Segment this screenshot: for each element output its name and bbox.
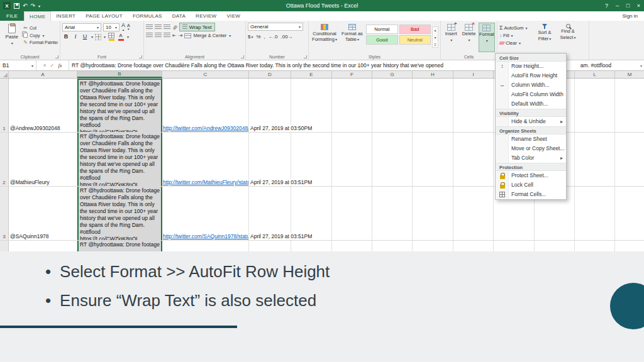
menu-item-autofit-row-height[interactable]: AutoFit Row Height — [496, 71, 566, 80]
column-header-g[interactable]: G — [372, 71, 413, 78]
format-painter-button[interactable]: Format Painter — [23, 40, 58, 45]
delete-cells-button[interactable]: Delete — [460, 23, 477, 52]
cell-empty[interactable] — [615, 133, 644, 186]
menu-item-move-copy-sheet[interactable]: Move or Copy Sheet... — [496, 144, 566, 153]
menu-item-lock-cell[interactable]: Lock Cell — [496, 180, 566, 190]
autosum-button[interactable]: AutoSum — [499, 25, 532, 31]
cell-b4[interactable]: RT @hydroottawa: Drone footage — [77, 241, 162, 251]
cell-empty[interactable] — [575, 133, 615, 186]
cell-empty[interactable] — [615, 187, 644, 240]
insert-function-button[interactable]: fx — [58, 62, 62, 69]
increase-decimal-button[interactable]: ←.0 — [269, 34, 278, 40]
excel-app-icon[interactable] — [3, 2, 11, 9]
cell-empty[interactable] — [291, 133, 332, 186]
cell-style-bad[interactable]: Bad — [399, 25, 431, 34]
cell-empty[interactable] — [615, 79, 644, 132]
cell-empty[interactable] — [453, 133, 494, 186]
insert-cells-button[interactable]: Insert — [443, 23, 459, 52]
expand-formula-bar-icon[interactable] — [640, 60, 642, 70]
cell-empty[interactable] — [453, 187, 494, 240]
number-format-select[interactable]: General — [248, 23, 303, 31]
align-right-icon[interactable] — [164, 33, 170, 38]
cell-c4[interactable] — [162, 241, 249, 251]
font-color-button[interactable]: A — [117, 33, 125, 41]
column-header-i[interactable]: I — [453, 71, 494, 78]
align-middle-icon[interactable] — [155, 25, 162, 30]
align-bottom-icon[interactable] — [164, 25, 170, 30]
cell-d2[interactable]: April 27, 2019 at 03:51PM — [249, 133, 291, 186]
italic-button[interactable]: I — [72, 33, 79, 41]
increase-indent-icon[interactable] — [179, 33, 183, 38]
menu-item-default-width[interactable]: Default Width... — [496, 99, 566, 109]
cell-empty[interactable] — [372, 79, 413, 132]
cell-empty[interactable] — [372, 241, 413, 251]
menu-item-column-width[interactable]: Column Width... — [496, 80, 566, 90]
align-top-icon[interactable] — [146, 25, 153, 30]
sign-in-link[interactable]: Sign in — [623, 11, 644, 21]
row-header-1[interactable]: 1 — [0, 79, 9, 132]
cell-empty[interactable] — [575, 187, 615, 240]
font-size-select[interactable]: 10 — [103, 23, 119, 31]
cell-c2[interactable]: http://twitter.com/MathieuFleury/statu — [162, 133, 249, 186]
merge-center-button[interactable]: Merge & Center — [184, 33, 231, 38]
redo-icon[interactable] — [31, 3, 36, 9]
cell-a1[interactable]: @AndrewJ09302048 — [9, 79, 77, 132]
column-header-a[interactable]: A — [9, 71, 77, 78]
undo-icon[interactable] — [23, 3, 28, 9]
format-cells-button[interactable]: Format — [479, 23, 495, 52]
wrap-text-button[interactable]: Wrap Text — [179, 23, 215, 31]
cell-empty[interactable] — [332, 133, 372, 186]
cell-empty[interactable] — [575, 241, 615, 251]
minimize-button[interactable]: – — [612, 3, 623, 9]
cell-b1-active[interactable]: RT @hydroottawa: Drone footage over Chau… — [77, 79, 162, 132]
borders-icon[interactable] — [95, 34, 101, 40]
bold-button[interactable]: B — [62, 33, 70, 41]
cell-c3[interactable]: http://twitter.com/SAQuinn1978/statu — [162, 187, 249, 240]
cell-empty[interactable] — [332, 241, 372, 251]
row-header-2[interactable]: 2 — [0, 133, 9, 186]
close-button[interactable]: × — [633, 3, 644, 9]
tweet-link[interactable]: http://twitter.com/MathieuFleury/statu — [163, 179, 249, 185]
column-header-e[interactable]: E — [291, 71, 332, 78]
borders-dropdown-icon[interactable] — [103, 34, 106, 40]
cell-empty[interactable] — [535, 241, 575, 251]
save-icon[interactable] — [14, 3, 19, 9]
gallery-scroll-down-icon[interactable]: ▾ — [434, 35, 436, 40]
cell-empty[interactable] — [413, 187, 453, 240]
cell-a4[interactable] — [9, 241, 77, 251]
column-header-f[interactable]: F — [332, 71, 372, 78]
align-left-icon[interactable] — [146, 33, 153, 38]
cell-c1[interactable]: http://twitter.com/AndrewJ09302048/s — [162, 79, 249, 132]
cell-empty[interactable] — [413, 79, 453, 132]
shrink-font-button[interactable]: A▾ — [127, 23, 130, 31]
column-header-m[interactable]: M — [615, 71, 644, 78]
cancel-entry-icon[interactable] — [43, 62, 46, 69]
cell-empty[interactable] — [615, 241, 644, 251]
percent-style-button[interactable]: % — [256, 34, 260, 40]
cell-empty[interactable] — [291, 241, 332, 251]
cell-empty[interactable] — [332, 187, 372, 240]
cell-empty[interactable] — [291, 187, 332, 240]
menu-item-tab-color[interactable]: Tab Color▸ — [496, 153, 566, 163]
menu-item-format-cells[interactable]: Format Cells... — [496, 190, 566, 199]
gallery-more-icon[interactable]: ≡ — [434, 43, 436, 47]
decrease-decimal-button[interactable]: .00→ — [281, 34, 293, 40]
conditional-formatting-button[interactable]: Conditional Formatting — [311, 23, 338, 52]
fill-button[interactable]: Fill — [499, 33, 532, 38]
column-header-h[interactable]: H — [413, 71, 453, 78]
menu-item-protect-sheet[interactable]: Protect Sheet... — [496, 171, 566, 180]
cell-style-good[interactable]: Good — [366, 35, 398, 45]
number-dialog-launcher-icon[interactable] — [304, 55, 307, 58]
menu-item-hide-unhide[interactable]: Hide & Unhide▸ — [496, 117, 566, 126]
cut-button[interactable]: Cut — [23, 25, 58, 31]
font-dialog-launcher-icon[interactable] — [139, 55, 142, 58]
name-box[interactable]: B1 — [0, 60, 36, 70]
cell-style-neutral[interactable]: Neutral — [399, 35, 431, 45]
column-header-d[interactable]: D — [249, 71, 291, 78]
row-header-3[interactable]: 3 — [0, 187, 9, 240]
cell-empty[interactable] — [332, 79, 372, 132]
column-header-b[interactable]: B — [77, 71, 162, 78]
cell-b3[interactable]: RT @hydroottawa: Drone footage over Chau… — [77, 187, 162, 240]
column-header-l[interactable]: L — [575, 71, 615, 78]
find-select-button[interactable]: Find & Select — [557, 23, 579, 52]
